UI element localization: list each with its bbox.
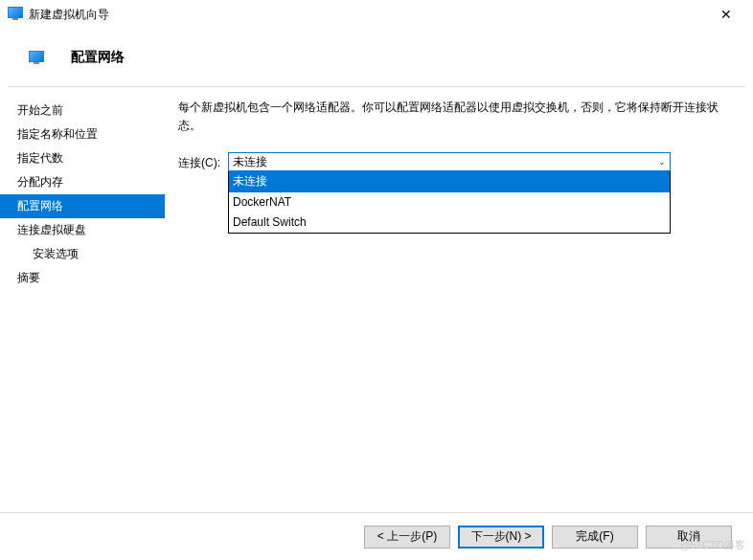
connection-dropdown[interactable]: 未连接 ⌄ 未连接DockerNATDefault Switch [228,152,671,234]
cancel-button[interactable]: 取消 [646,526,732,549]
prev-button[interactable]: < 上一步(P) [364,526,450,549]
close-icon[interactable]: ✕ [707,7,745,22]
description-text: 每个新虚拟机包含一个网络适配器。你可以配置网络适配器以使用虚拟交换机，否则，它将… [178,99,736,135]
wizard-footer: < 上一步(P) 下一步(N) > 完成(F) 取消 [0,512,753,560]
header-icon [29,51,48,64]
connection-field: 连接(C): 未连接 ⌄ 未连接DockerNATDefault Switch [178,152,736,234]
dropdown-list: 未连接DockerNATDefault Switch [228,171,671,234]
dropdown-selected[interactable]: 未连接 ⌄ [228,152,671,171]
main-area: 开始之前指定名称和位置指定代数分配内存配置网络连接虚拟硬盘安装选项摘要 每个新虚… [0,87,753,489]
sidebar-item-step-5[interactable]: 连接虚拟硬盘 [0,218,165,242]
wizard-header: 配置网络 [0,29,753,86]
sidebar-item-step-3[interactable]: 分配内存 [0,170,165,194]
sidebar-item-step-2[interactable]: 指定代数 [0,146,165,170]
dropdown-option-2[interactable]: Default Switch [229,213,670,233]
sidebar-item-step-6[interactable]: 安装选项 [0,242,165,266]
next-button[interactable]: 下一步(N) > [458,526,544,549]
chevron-down-icon: ⌄ [658,155,666,168]
dropdown-option-1[interactable]: DockerNAT [229,192,670,213]
connection-label: 连接(C): [178,152,228,172]
content-pane: 每个新虚拟机包含一个网络适配器。你可以配置网络适配器以使用虚拟交换机，否则，它将… [165,87,753,489]
wizard-steps-sidebar: 开始之前指定名称和位置指定代数分配内存配置网络连接虚拟硬盘安装选项摘要 [0,87,165,489]
sidebar-item-step-4[interactable]: 配置网络 [0,194,165,218]
sidebar-item-step-7[interactable]: 摘要 [0,266,165,290]
page-title: 配置网络 [71,49,125,66]
sidebar-item-step-1[interactable]: 指定名称和位置 [0,123,165,146]
app-icon [8,7,23,22]
finish-button[interactable]: 完成(F) [552,526,638,549]
window-title: 新建虚拟机向导 [29,7,109,23]
dropdown-option-0[interactable]: 未连接 [229,171,670,191]
titlebar: 新建虚拟机向导 ✕ [0,0,753,29]
dropdown-selected-text: 未连接 [233,153,267,171]
sidebar-item-step-0[interactable]: 开始之前 [0,99,165,123]
